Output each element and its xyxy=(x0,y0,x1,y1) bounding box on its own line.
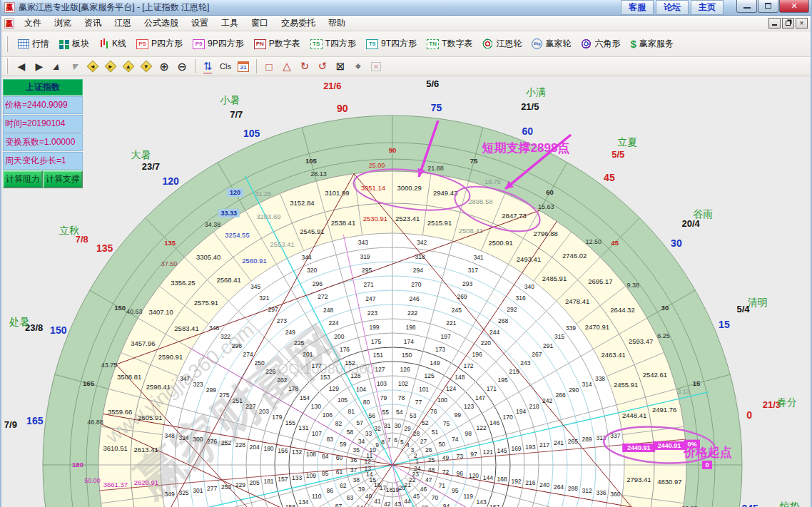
svg-text:197: 197 xyxy=(441,333,451,340)
forward-arrow-button[interactable]: ▶ xyxy=(31,58,48,74)
mdi-restore-button[interactable] xyxy=(782,18,794,29)
minimize-icon xyxy=(744,2,751,9)
toolbar-item-t-square[interactable]: TST四方形 xyxy=(305,36,361,52)
title-bar[interactable]: 赢 赢家江恩专业版[赢家服务平台] - [上证指数 江恩轮] 客服论坛主页 ✕ xyxy=(1,0,811,16)
calc-support-button[interactable]: 计算支撑 xyxy=(43,170,83,188)
updown-arrows-button[interactable]: ⇅ xyxy=(199,58,216,74)
svg-text:小满: 小满 xyxy=(526,86,546,98)
skew-down-triangle-button[interactable]: ▼ xyxy=(66,58,83,74)
svg-text:269: 269 xyxy=(457,293,467,300)
menu-item-资讯[interactable]: 资讯 xyxy=(78,16,108,31)
menu-item-工具[interactable]: 工具 xyxy=(215,16,245,31)
mdi-minimize-button[interactable] xyxy=(768,18,781,29)
forum-button[interactable]: 论坛 xyxy=(656,0,689,15)
svg-text:21/6: 21/6 xyxy=(323,81,341,91)
svg-text:120: 120 xyxy=(469,472,479,479)
red-triangle-button[interactable]: △ xyxy=(278,58,295,74)
svg-text:105: 105 xyxy=(243,128,260,139)
diamond-left-button[interactable]: ◄ xyxy=(84,58,101,74)
toolbar-item-market[interactable]: 行情 xyxy=(13,36,54,52)
svg-text:292: 292 xyxy=(507,306,517,313)
gann-wheel[interactable]: 赢家财富网www.yingjia360.comQQ:10080036012345… xyxy=(1,76,811,507)
toolbar-item-winner-wheel[interactable]: Big赢家轮 xyxy=(527,36,576,52)
svg-text:180: 180 xyxy=(72,461,83,468)
red-square-icon: □ xyxy=(265,61,272,73)
calendar-button[interactable]: 21 xyxy=(235,58,252,74)
svg-text:147: 147 xyxy=(475,394,485,401)
svg-text:241: 241 xyxy=(554,439,564,446)
menu-item-帮助[interactable]: 帮助 xyxy=(322,16,352,31)
close-button[interactable]: ✕ xyxy=(779,0,809,13)
svg-text:2898.58: 2898.58 xyxy=(468,198,492,205)
svg-text:176: 176 xyxy=(340,346,350,353)
zoom-in-button[interactable]: ⊕ xyxy=(156,58,173,74)
maximize-button[interactable] xyxy=(758,0,778,13)
svg-text:172: 172 xyxy=(463,362,473,369)
diamond-right-icon: ► xyxy=(105,61,117,73)
toolbar-item-p-square[interactable]: PSP四方形 xyxy=(131,36,188,52)
diamond-right-button[interactable]: ► xyxy=(102,58,119,74)
toolbar-item-hexagon[interactable]: 六角形 xyxy=(576,36,625,52)
toolbar-item-9p-square[interactable]: P99P四方形 xyxy=(188,36,249,52)
menu-item-设置[interactable]: 设置 xyxy=(185,16,215,31)
diamond-down-button[interactable]: ▼ xyxy=(138,58,155,74)
minimize-button[interactable] xyxy=(736,0,757,13)
svg-text:处暑: 处暑 xyxy=(9,316,29,327)
rotate-cw-button[interactable]: ↻ xyxy=(296,58,313,74)
toolbar-item-t-table[interactable]: TNT数字表 xyxy=(422,36,477,52)
toolbar-grip2 xyxy=(6,58,8,74)
clear-board-button[interactable]: ✕ xyxy=(367,58,385,74)
svg-text:268: 268 xyxy=(498,317,508,324)
center-target-button[interactable]: ⌖ xyxy=(350,58,367,74)
svg-text:135: 135 xyxy=(164,239,176,247)
svg-text:105: 105 xyxy=(305,157,318,165)
svg-text:3407.10: 3407.10 xyxy=(148,308,173,316)
svg-text:75: 75 xyxy=(431,102,442,113)
mdi-close-button[interactable]: × xyxy=(796,18,808,29)
app-logo-icon-small: 赢 xyxy=(4,19,14,29)
svg-text:151: 151 xyxy=(373,352,383,359)
mdi-minimize-icon xyxy=(772,20,777,26)
toolbar-item-kline[interactable]: K线 xyxy=(94,36,131,52)
calc-resistance-button[interactable]: 计算阻力 xyxy=(3,170,43,188)
diamond-up-button[interactable]: ▲ xyxy=(120,58,137,74)
menu-item-江恩[interactable]: 江恩 xyxy=(108,16,138,31)
menu-item-公式选股[interactable]: 公式选股 xyxy=(138,16,185,31)
menu-item-浏览[interactable]: 浏览 xyxy=(48,16,78,31)
svg-text:121: 121 xyxy=(483,449,493,456)
svg-text:24: 24 xyxy=(414,465,421,472)
svg-text:2583.41: 2583.41 xyxy=(174,324,198,332)
svg-text:5/6: 5/6 xyxy=(426,78,439,89)
homepage-button[interactable]: 主页 xyxy=(691,0,724,15)
svg-text:5: 5 xyxy=(400,439,404,446)
svg-text:344: 344 xyxy=(301,254,311,261)
cls-button[interactable]: Cls xyxy=(217,58,234,74)
rotate-ccw-button[interactable]: ↺ xyxy=(314,58,331,74)
svg-text:3457.96: 3457.96 xyxy=(131,339,155,347)
skew-up-icon: ▲ xyxy=(50,61,64,72)
hexagon-icon xyxy=(581,39,592,49)
winner-wheel-icon: Big xyxy=(532,39,542,49)
back-arrow-button[interactable]: ◀ xyxy=(13,58,30,74)
svg-text:2515.91: 2515.91 xyxy=(427,219,452,227)
svg-text:131: 131 xyxy=(298,424,308,431)
customer-service-button[interactable]: 客服 xyxy=(621,0,654,15)
skew-up-triangle-button[interactable]: ▲ xyxy=(49,58,66,74)
svg-text:21/5: 21/5 xyxy=(521,101,539,112)
boxed-x-button[interactable]: ⊠ xyxy=(332,58,349,74)
zoom-out-button[interactable]: ⊖ xyxy=(173,58,191,74)
svg-text:173: 173 xyxy=(435,346,445,353)
toolbar-item-gann-wheel[interactable]: 江恩轮 xyxy=(477,36,527,52)
menu-item-交易委托[interactable]: 交易委托 xyxy=(275,16,322,31)
svg-text:30: 30 xyxy=(661,304,669,312)
svg-text:120: 120 xyxy=(230,189,240,196)
red-square-button[interactable]: □ xyxy=(260,58,278,74)
toolbar-item-winner-service[interactable]: $赢家服务 xyxy=(625,36,678,52)
menu-item-窗口[interactable]: 窗口 xyxy=(245,16,275,31)
toolbar-item-sectors[interactable]: 板块 xyxy=(54,36,94,52)
menu-item-文件[interactable]: 文件 xyxy=(18,16,48,31)
svg-text:18.75: 18.75 xyxy=(484,178,501,185)
zoom-in-icon: ⊕ xyxy=(159,60,168,73)
toolbar-item-p-table[interactable]: PNP数字表 xyxy=(249,36,305,52)
toolbar-item-9t-square[interactable]: T99T四方形 xyxy=(361,36,422,52)
